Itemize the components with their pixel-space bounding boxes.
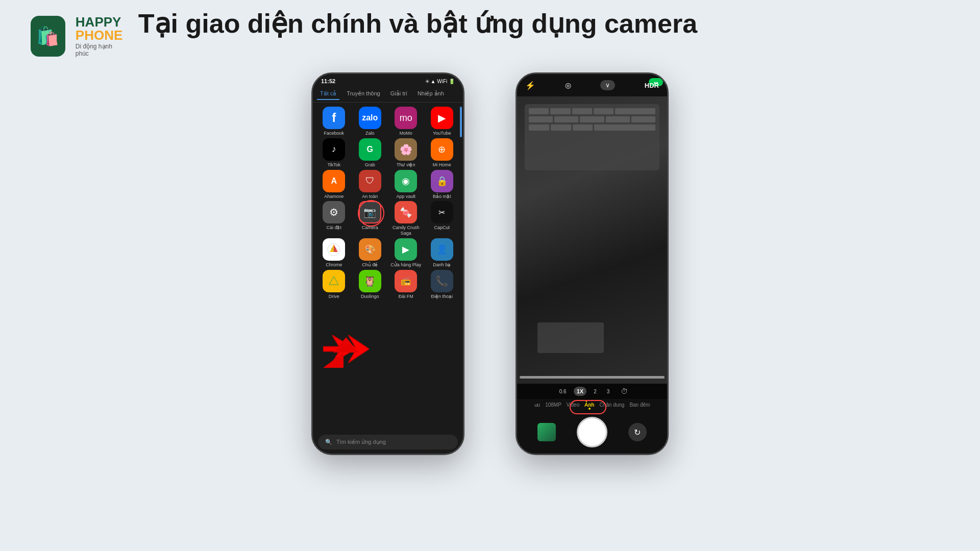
- caidat-label: Cài đặt: [326, 225, 341, 231]
- timer-icon[interactable]: ⏱: [621, 387, 628, 395]
- flash-icon[interactable]: ⚡: [525, 81, 535, 90]
- app-ahamove[interactable]: A Ahamove: [318, 170, 350, 199]
- zoom-1x[interactable]: 1X: [574, 387, 586, 396]
- drive-icon: [323, 270, 345, 292]
- apps-row-5: Chrome 🎨 Chủ đề ▶ Cửa hàng Play 👤 Danh b…: [317, 238, 459, 268]
- app-thuvien[interactable]: 🌸 Thư viện: [390, 138, 422, 168]
- ahamove-icon: A: [323, 170, 345, 192]
- app-danhba[interactable]: 👤 Danh bạ: [426, 238, 458, 268]
- app-dienthoai[interactable]: 📞 Điện thoại: [426, 270, 458, 299]
- thuvien-label: Thư viện: [397, 162, 415, 168]
- appvault-label: App vault: [396, 194, 415, 199]
- zoom-2[interactable]: 2: [591, 387, 600, 396]
- phone1-screen: 11:52 ✳ ▲ WiFi 🔋 Tất cả Truyền thông Giả…: [313, 74, 463, 454]
- tab-truyen-thong[interactable]: Truyền thông: [344, 88, 383, 100]
- apps-grid: f Facebook zalo Zalo mo MoMo ▶ YouTube: [313, 103, 463, 432]
- danhba-label: Danh bạ: [433, 262, 451, 268]
- app-tiktok[interactable]: ♪ TikTok: [318, 138, 350, 168]
- facebook-label: Facebook: [324, 131, 344, 136]
- status-icons: ✳ ▲ WiFi 🔋: [425, 79, 455, 84]
- caidat-icon: ⚙: [323, 201, 345, 223]
- app-drive[interactable]: Drive: [318, 270, 350, 299]
- candycrush-label: Candy Crush Saga: [390, 225, 422, 236]
- last-photo-thumbnail[interactable]: [537, 423, 556, 441]
- mihome-icon: ⊕: [431, 138, 453, 161]
- app-facebook[interactable]: f Facebook: [318, 107, 350, 136]
- mode-video[interactable]: Video: [567, 402, 579, 408]
- tab-giai-tri[interactable]: Giải trí: [387, 88, 410, 100]
- app-cstore[interactable]: ▶ Cửa hàng Play: [390, 238, 422, 268]
- app-duolingo[interactable]: 🦉 Duolingo: [354, 270, 386, 299]
- app-appvault[interactable]: ◉ App vault: [390, 170, 422, 199]
- mode-bandem[interactable]: Ban đêm: [629, 402, 650, 408]
- zoom-controls: 0.6 1X 2 3 ⏱: [517, 384, 667, 399]
- camera-top-bar: ⚡ ◎ ∨ HDR: [517, 74, 667, 96]
- app-mihome[interactable]: ⊕ Mi Home: [426, 138, 458, 168]
- momo-icon: mo: [395, 107, 417, 129]
- camera-label: Camera: [362, 225, 378, 231]
- settings-chevron[interactable]: ∨: [605, 82, 610, 89]
- mode-chandung[interactable]: Chân dung: [599, 402, 624, 408]
- logo-icon: 🛍️: [31, 16, 65, 57]
- app-chrome[interactable]: Chrome: [318, 238, 350, 268]
- app-antoan[interactable]: 🛡 An toàn: [354, 170, 386, 199]
- app-baomat[interactable]: 🔒 Bảo mật: [426, 170, 458, 199]
- app-tabs: Tất cả Truyền thông Giải trí Nhiếp ảnh: [313, 86, 463, 103]
- search-icon: 🔍: [325, 439, 332, 445]
- logo-subtitle: Di động hạnh phúc: [76, 43, 122, 57]
- flip-camera-button[interactable]: ↻: [628, 423, 647, 441]
- svg-marker-2: [329, 277, 338, 285]
- app-camera[interactable]: 📷 Camera: [354, 201, 386, 236]
- phone2-frame: ●● ⚡ ◎ ∨ HDR: [516, 72, 669, 455]
- cstore-icon: ▶: [395, 238, 417, 261]
- baomat-label: Bảo mật: [433, 194, 451, 199]
- camera-icon: 📷: [359, 201, 381, 223]
- apps-row-1: f Facebook zalo Zalo mo MoMo ▶ YouTube: [317, 107, 459, 136]
- cable-visual: [520, 376, 665, 379]
- flip-icon: ↻: [634, 428, 641, 437]
- app-momo[interactable]: mo MoMo: [390, 107, 422, 136]
- daifm-label: Đài FM: [399, 294, 413, 299]
- capcut-icon: ✂: [431, 201, 453, 223]
- mode-anh[interactable]: Ảnh: [584, 402, 594, 408]
- app-candycrush[interactable]: 🍬 Candy Crush Saga: [390, 201, 422, 236]
- scroll-indicator: [460, 107, 462, 137]
- hdr-label[interactable]: HDR: [645, 82, 659, 89]
- status-bar: 11:52 ✳ ▲ WiFi 🔋: [313, 74, 463, 86]
- mode-uu[interactable]: ưu: [534, 402, 541, 408]
- app-youtube[interactable]: ▶ YouTube: [426, 107, 458, 136]
- grab-label: Grab: [365, 162, 375, 168]
- search-bar[interactable]: 🔍 Tìm kiếm ứng dụng: [318, 435, 458, 449]
- antoan-label: An toàn: [362, 194, 378, 199]
- app-chude[interactable]: 🎨 Chủ đề: [354, 238, 386, 268]
- logo-bag-emoji: 🛍️: [36, 26, 59, 47]
- shutter-button[interactable]: [577, 417, 607, 447]
- tiktok-label: TikTok: [327, 162, 340, 168]
- zoom-06[interactable]: 0.6: [556, 387, 570, 396]
- logo-phone: PHONE: [76, 29, 122, 42]
- danhba-icon: 👤: [431, 238, 453, 261]
- app-caidat[interactable]: ⚙ Cài đặt: [318, 201, 350, 236]
- zoom-3[interactable]: 3: [604, 387, 613, 396]
- cstore-label: Cửa hàng Play: [390, 262, 421, 268]
- candycrush-icon: 🍬: [395, 201, 417, 223]
- app-grab[interactable]: G Grab: [354, 138, 386, 168]
- app-capcut[interactable]: ✂ CapCut: [426, 201, 458, 236]
- antoan-icon: 🛡: [359, 170, 381, 192]
- tab-nhiep-anh[interactable]: Nhiếp ảnh: [414, 88, 447, 100]
- mihome-label: Mi Home: [433, 162, 451, 168]
- search-placeholder: Tìm kiếm ứng dụng: [336, 439, 386, 445]
- tab-all[interactable]: Tất cả: [317, 88, 339, 100]
- camera-viewfinder: [517, 96, 667, 384]
- youtube-label: YouTube: [433, 131, 451, 136]
- app-zalo[interactable]: zalo Zalo: [354, 107, 386, 136]
- pointing-arrow: [318, 322, 379, 373]
- trackpad-visual: [537, 322, 604, 353]
- logo-happy: HAPPY: [76, 15, 122, 29]
- app-daifm[interactable]: 📻 Đài FM: [390, 270, 422, 299]
- capcut-label: CapCut: [434, 225, 450, 231]
- chrome-icon: [323, 238, 345, 261]
- mode-108mp[interactable]: 108MP: [545, 402, 561, 408]
- mode-icon[interactable]: ◎: [565, 81, 571, 89]
- facebook-icon: f: [323, 107, 345, 129]
